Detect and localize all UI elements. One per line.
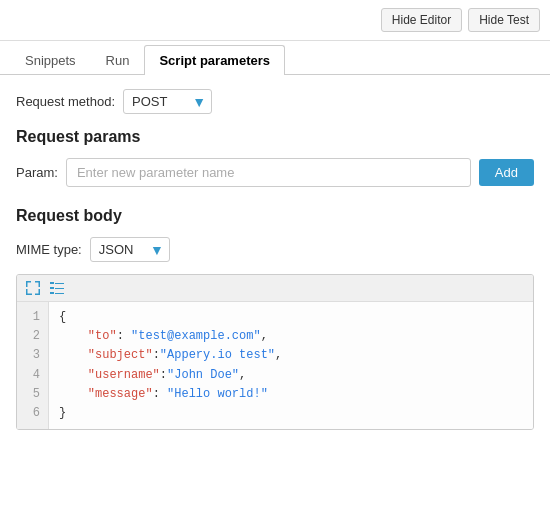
line-number: 2 (25, 327, 40, 346)
param-label: Param: (16, 165, 58, 180)
tab-script-parameters[interactable]: Script parameters (144, 45, 285, 75)
line-number: 5 (25, 385, 40, 404)
tree-view-icon[interactable] (49, 280, 65, 296)
svg-rect-4 (55, 288, 64, 289)
code-editor: 1 2 3 4 5 6 { "to": "test@example.com", … (16, 274, 534, 430)
param-row: Param: Add (16, 158, 534, 187)
tab-snippets[interactable]: Snippets (10, 45, 91, 75)
request-method-label: Request method: (16, 94, 115, 109)
hide-test-button[interactable]: Hide Test (468, 8, 540, 32)
request-params-title: Request params (16, 128, 534, 146)
request-body-title: Request body (16, 207, 534, 225)
add-param-button[interactable]: Add (479, 159, 534, 186)
request-method-select[interactable]: GET POST PUT DELETE PATCH (123, 89, 212, 114)
editor-toolbar (17, 275, 533, 302)
code-text[interactable]: { "to": "test@example.com", "subject":"A… (49, 302, 292, 429)
line-number: 6 (25, 404, 40, 423)
line-number: 4 (25, 366, 40, 385)
request-method-row: Request method: GET POST PUT DELETE PATC… (16, 89, 534, 114)
svg-rect-2 (50, 292, 54, 294)
line-number: 3 (25, 346, 40, 365)
line-number: 1 (25, 308, 40, 327)
request-params-section: Request params Param: Add (16, 128, 534, 187)
line-numbers: 1 2 3 4 5 6 (17, 302, 49, 429)
request-method-select-wrapper: GET POST PUT DELETE PATCH ▼ (123, 89, 212, 114)
svg-rect-3 (55, 283, 64, 284)
code-content-area: 1 2 3 4 5 6 { "to": "test@example.com", … (17, 302, 533, 429)
mime-type-select[interactable]: JSON XML Text Form (90, 237, 170, 262)
tabs-bar: Snippets Run Script parameters (0, 45, 550, 75)
param-name-input[interactable] (66, 158, 471, 187)
mime-type-row: MIME type: JSON XML Text Form ▼ (16, 237, 534, 262)
top-toolbar: Hide Editor Hide Test (0, 0, 550, 41)
expand-icon[interactable] (25, 280, 41, 296)
request-body-section: Request body MIME type: JSON XML Text Fo… (16, 207, 534, 430)
svg-rect-5 (55, 293, 64, 294)
svg-rect-1 (50, 287, 54, 289)
tab-run[interactable]: Run (91, 45, 145, 75)
content-area: Request method: GET POST PUT DELETE PATC… (0, 75, 550, 444)
svg-rect-0 (50, 282, 54, 284)
mime-type-select-wrapper: JSON XML Text Form ▼ (90, 237, 170, 262)
hide-editor-button[interactable]: Hide Editor (381, 8, 462, 32)
mime-type-label: MIME type: (16, 242, 82, 257)
